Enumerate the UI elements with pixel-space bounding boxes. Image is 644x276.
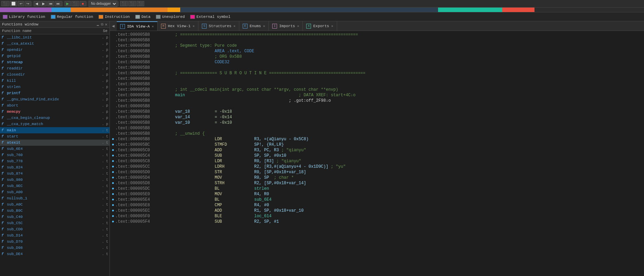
code-line[interactable]: ●.text:000005F0 BLE loc_614 bbox=[110, 214, 644, 219]
func-row-sub_d98[interactable]: fsub_D98. t bbox=[0, 245, 110, 251]
toolbar-btn-5[interactable]: ⏮ bbox=[47, 1, 54, 6]
toolbar-btn-stop[interactable]: ■ bbox=[80, 1, 86, 6]
code-line[interactable]: .text:000005B8; ========================… bbox=[110, 32, 644, 38]
code-line[interactable]: .text:000005B8main ; DATA XREF: start+4C… bbox=[110, 93, 644, 98]
toolbar-btn-step[interactable]: ⬛ bbox=[71, 1, 79, 6]
func-row-kill[interactable]: fkill. p bbox=[0, 78, 110, 84]
func-row-main[interactable]: fmain. t bbox=[0, 127, 110, 133]
func-row-sub_a00[interactable]: fsub_A00. t bbox=[0, 189, 110, 195]
code-line[interactable]: ●.text:000005BC STMFD SP!, {R4,LR} bbox=[110, 142, 644, 148]
code-line[interactable]: ●.text:000005DC BL strlen bbox=[110, 186, 644, 192]
code-view[interactable]: .text:000005B8; ========================… bbox=[110, 31, 644, 276]
toolbar-btn-misc3[interactable]: ⬛ bbox=[137, 1, 144, 6]
code-line[interactable]: .text:000005B8var_10 = -0x10 bbox=[110, 120, 644, 126]
func-row-nullsub_1[interactable]: fnullsub_1. t bbox=[0, 195, 110, 201]
code-line[interactable]: .text:000005B8 CODE32 bbox=[110, 60, 644, 65]
toolbar-btn-run[interactable]: ▶ bbox=[65, 1, 71, 6]
func-row-__cxa_atexit[interactable]: f__cxa_atexit. p bbox=[0, 41, 110, 47]
toolbar-btn-2[interactable]: ⬜ bbox=[10, 1, 17, 6]
func-row-sub_a0c[interactable]: fsub_A0C. t bbox=[0, 201, 110, 208]
func-row-sub_d70[interactable]: fsub_D70. t bbox=[0, 239, 110, 245]
func-row-sub_d14[interactable]: fsub_D14. t bbox=[0, 232, 110, 239]
code-line[interactable]: .text:000005B8; Segment type: Pure code bbox=[110, 43, 644, 49]
code-line[interactable]: ●.text:000005EC ADD R1, SP, #0x18+var_10 bbox=[110, 208, 644, 214]
code-line[interactable]: .text:000005B8 ; ORG 0x5B8 bbox=[110, 54, 644, 60]
code-line[interactable]: ●.text:000005E0 MOV R4, R0 bbox=[110, 192, 644, 197]
func-row-opendir[interactable]: fopendir. p bbox=[0, 47, 110, 53]
tab-hex-view[interactable]: H Hex View-1 ✕ bbox=[158, 21, 198, 31]
func-row-sub_824[interactable]: fsub_824. t bbox=[0, 164, 110, 170]
code-line[interactable]: ●.text:000005C4 SUB SP, SP, #0x10 bbox=[110, 153, 644, 159]
func-row-sub_de4[interactable]: fsub_DE4. t bbox=[0, 251, 110, 257]
func-row-sub_874[interactable]: fsub_874. t bbox=[0, 170, 110, 177]
func-row-sub_c5c[interactable]: fsub_C5C. t bbox=[0, 220, 110, 226]
code-line[interactable]: .text:000005B8 ; .got:off_2F98↓o bbox=[110, 98, 644, 104]
code-line[interactable]: .text:000005B8 bbox=[110, 126, 644, 131]
func-row-sub_980[interactable]: fsub_980. t bbox=[0, 177, 110, 183]
nav-overview-bar[interactable] bbox=[0, 8, 644, 12]
func-row-printf[interactable]: fprintf. p bbox=[0, 90, 110, 96]
toolbar-btn-misc2[interactable]: ⬛ bbox=[128, 1, 136, 6]
tab-import-close[interactable]: ✕ bbox=[297, 24, 299, 28]
code-line[interactable]: ●.text:000005CC LDRH R2, [R3,#(aQianyu+4… bbox=[110, 164, 644, 170]
code-line[interactable]: ●.text:000005C0 ADD R3, PC, R3 ; "qianyu… bbox=[110, 148, 644, 153]
tab-ida-close[interactable]: ✕ bbox=[152, 24, 154, 29]
func-row-readdir[interactable]: freaddir. p bbox=[0, 65, 110, 71]
func-row-__libc_init[interactable]: f__libc_init. p bbox=[0, 34, 110, 41]
toolbar-btn-misc1[interactable]: ⬛ bbox=[120, 1, 128, 6]
func-row-memcpy[interactable]: fmemcpy. p bbox=[0, 109, 110, 115]
functions-minimize-btn[interactable]: 🗕 bbox=[96, 22, 100, 26]
code-line[interactable]: .text:000005B8 bbox=[110, 82, 644, 87]
tab-struct-close[interactable]: ✕ bbox=[233, 24, 235, 28]
toolbar-btn-4[interactable]: ▶ bbox=[41, 1, 47, 6]
code-line[interactable]: .text:000005B8var_18 = -0x18 bbox=[110, 109, 644, 115]
toolbar-btn-6[interactable]: ⏭ bbox=[55, 1, 62, 6]
func-row-strlen[interactable]: fstrlen. p bbox=[0, 84, 110, 90]
func-row-__cxa_begin_cleanup[interactable]: f__cxa_begin_cleanup. p bbox=[0, 115, 110, 121]
code-line[interactable]: .text:000005B8 bbox=[110, 65, 644, 71]
functions-list[interactable]: f__libc_init. pf__cxa_atexit. pfopendir.… bbox=[0, 34, 110, 276]
func-row-sub_cd0[interactable]: fsub_CD0. t bbox=[0, 226, 110, 232]
func-row-sub_b9c[interactable]: fsub_B9C. t bbox=[0, 208, 110, 214]
func-row-__gnu_unwind_find_exidx[interactable]: f__gnu_Unwind_Find_exidx. p bbox=[0, 96, 110, 102]
tabs-nav-left[interactable]: ◀ bbox=[110, 21, 117, 31]
code-line[interactable]: .text:000005B8 bbox=[110, 104, 644, 109]
func-row-getpid[interactable]: fgetpid. p bbox=[0, 53, 110, 59]
tab-export-close[interactable]: ✕ bbox=[331, 24, 333, 28]
code-line[interactable]: ●.text:000005C8 LDR R0, [R3] ; "qianyu" bbox=[110, 159, 644, 164]
code-line[interactable]: ●.text:000005D8 STRH R2, [SP,#0x18+var_1… bbox=[110, 181, 644, 186]
functions-float-btn[interactable]: ⧉ bbox=[101, 22, 103, 26]
functions-close-btn[interactable]: ✕ bbox=[105, 22, 107, 26]
func-row-strncap[interactable]: fstrncap. p bbox=[0, 59, 110, 65]
func-row-sub_6e4[interactable]: fsub_6E4. t bbox=[0, 146, 110, 152]
tab-enums[interactable]: E Enums ✕ bbox=[239, 21, 269, 31]
func-row-sub_778[interactable]: fsub_778. t bbox=[0, 158, 110, 164]
tab-ida-view[interactable]: I IDA View-A ✕ bbox=[117, 21, 158, 31]
func-row-__cxa_type_match[interactable]: f__cxa_type_match. p bbox=[0, 121, 110, 127]
func-row-sub_9ec[interactable]: fsub_9EC. t bbox=[0, 183, 110, 189]
code-line[interactable]: .text:000005B8 bbox=[110, 76, 644, 82]
code-line[interactable]: ●.text:000005D4 MOV R0, SP ; char * bbox=[110, 175, 644, 181]
code-line[interactable]: ●.text:000005B8 LDR R3, =(aQianyu - 0x5C… bbox=[110, 137, 644, 142]
code-line[interactable]: ●.text:000005E4 BL sub_6E4 bbox=[110, 197, 644, 203]
tab-enum-close[interactable]: ✕ bbox=[263, 24, 265, 28]
tab-exports[interactable]: X Exports ✕ bbox=[303, 21, 337, 31]
code-line[interactable]: .text:000005B8 bbox=[110, 38, 644, 43]
code-line[interactable]: ●.text:000005F4 SUB R2, SP, #1 bbox=[110, 219, 644, 225]
func-row-sub_760[interactable]: fsub_760. t bbox=[0, 152, 110, 158]
toolbar-btn-undo[interactable]: ↩ bbox=[18, 1, 24, 6]
code-line[interactable]: ●.text:000005D0 STR R0, [SP,#0x18+var_18… bbox=[110, 170, 644, 175]
code-line[interactable]: .text:000005B8; =============== S U B R … bbox=[110, 71, 644, 76]
func-row-start[interactable]: fstart. t bbox=[0, 133, 110, 140]
toolbar-btn-redo[interactable]: ↪ bbox=[25, 1, 31, 6]
tab-hex-close[interactable]: ✕ bbox=[193, 24, 195, 28]
code-line[interactable]: .text:000005B8var_14 = -0x14 bbox=[110, 115, 644, 120]
func-row-sub_c40[interactable]: fsub_C40. t bbox=[0, 214, 110, 220]
func-row-atexit[interactable]: fatexit. t bbox=[0, 140, 110, 146]
code-line[interactable]: .text:000005B8 AREA .text, CODE bbox=[110, 49, 644, 54]
func-row-abort[interactable]: fabort. p bbox=[0, 102, 110, 109]
toolbar-btn-3[interactable]: ◀ bbox=[34, 1, 40, 6]
code-line[interactable]: .text:000005B8; __unwind { bbox=[110, 131, 644, 137]
tab-imports[interactable]: I Imports ✕ bbox=[269, 21, 303, 31]
debugger-select[interactable]: No debugger bbox=[89, 1, 117, 7]
